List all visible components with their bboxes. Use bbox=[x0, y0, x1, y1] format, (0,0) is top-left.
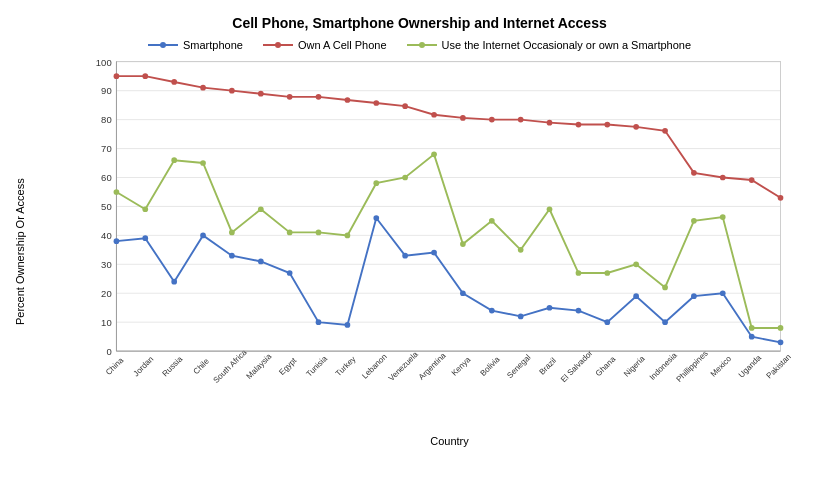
svg-point-75 bbox=[691, 170, 697, 176]
legend-label-internet: Use the Internet Occasionaly or own a Sm… bbox=[442, 39, 691, 51]
svg-text:Venezuela: Venezuela bbox=[387, 350, 420, 383]
svg-text:100: 100 bbox=[96, 57, 112, 68]
svg-point-102 bbox=[778, 325, 784, 331]
svg-point-103 bbox=[114, 238, 120, 244]
svg-point-116 bbox=[489, 308, 495, 314]
svg-point-3 bbox=[275, 42, 281, 48]
svg-point-100 bbox=[720, 214, 726, 220]
svg-point-108 bbox=[258, 259, 264, 265]
svg-point-112 bbox=[373, 215, 379, 221]
svg-point-118 bbox=[547, 305, 553, 311]
svg-point-124 bbox=[720, 290, 726, 296]
svg-point-58 bbox=[200, 85, 206, 91]
svg-text:10: 10 bbox=[101, 317, 112, 328]
svg-point-104 bbox=[142, 235, 148, 241]
svg-point-114 bbox=[431, 250, 437, 256]
svg-text:20: 20 bbox=[101, 288, 112, 299]
svg-point-64 bbox=[373, 100, 379, 106]
svg-text:Kenya: Kenya bbox=[450, 355, 473, 378]
svg-point-106 bbox=[200, 233, 206, 239]
legend-line-internet bbox=[407, 39, 437, 51]
svg-text:Jordan: Jordan bbox=[132, 355, 156, 379]
svg-text:China: China bbox=[104, 355, 126, 377]
svg-point-98 bbox=[662, 285, 668, 291]
svg-text:Senegal: Senegal bbox=[505, 353, 532, 380]
svg-text:El Salvador: El Salvador bbox=[559, 348, 595, 384]
svg-text:Russia: Russia bbox=[161, 354, 185, 378]
svg-point-123 bbox=[691, 293, 697, 299]
legend-line-cellphone bbox=[263, 39, 293, 51]
svg-text:Ghana: Ghana bbox=[594, 354, 618, 378]
chart-title: Cell Phone, Smartphone Ownership and Int… bbox=[10, 15, 829, 31]
svg-point-61 bbox=[287, 94, 293, 100]
svg-point-91 bbox=[460, 241, 466, 247]
svg-point-88 bbox=[373, 180, 379, 186]
svg-point-87 bbox=[345, 233, 351, 239]
svg-text:Mexico: Mexico bbox=[709, 354, 734, 379]
svg-text:Uganda: Uganda bbox=[737, 353, 764, 380]
svg-point-77 bbox=[749, 177, 755, 183]
svg-point-126 bbox=[778, 340, 784, 346]
legend: Smartphone Own A Cell Phone Use the Inte… bbox=[10, 39, 829, 51]
svg-point-79 bbox=[114, 189, 120, 195]
svg-text:60: 60 bbox=[101, 172, 112, 183]
svg-point-113 bbox=[402, 253, 408, 259]
svg-point-119 bbox=[576, 308, 582, 314]
svg-text:Phillippines: Phillippines bbox=[675, 349, 710, 384]
svg-point-111 bbox=[345, 322, 351, 328]
chart-container: Cell Phone, Smartphone Ownership and Int… bbox=[0, 0, 839, 504]
svg-point-82 bbox=[200, 160, 206, 166]
svg-point-71 bbox=[576, 122, 582, 128]
svg-point-96 bbox=[604, 270, 610, 276]
svg-text:90: 90 bbox=[101, 85, 112, 96]
svg-point-80 bbox=[142, 206, 148, 212]
svg-text:80: 80 bbox=[101, 114, 112, 125]
svg-point-93 bbox=[518, 247, 524, 253]
svg-point-65 bbox=[402, 103, 408, 109]
y-axis-label: Percent Ownership Or Access bbox=[10, 57, 30, 447]
svg-text:0: 0 bbox=[106, 346, 111, 357]
svg-point-59 bbox=[229, 88, 235, 94]
svg-point-78 bbox=[778, 195, 784, 201]
svg-text:Bolivia: Bolivia bbox=[478, 354, 501, 377]
svg-text:Nigeria: Nigeria bbox=[622, 354, 647, 379]
svg-point-122 bbox=[662, 319, 668, 325]
svg-point-89 bbox=[402, 175, 408, 181]
legend-item-cellphone: Own A Cell Phone bbox=[263, 39, 387, 51]
svg-point-125 bbox=[749, 334, 755, 340]
legend-item-smartphone: Smartphone bbox=[148, 39, 243, 51]
svg-point-76 bbox=[720, 175, 726, 181]
svg-point-1 bbox=[160, 42, 166, 48]
svg-text:Tunisia: Tunisia bbox=[304, 354, 329, 379]
svg-text:30: 30 bbox=[101, 259, 112, 270]
svg-point-107 bbox=[229, 253, 235, 259]
svg-point-72 bbox=[604, 122, 610, 128]
svg-point-60 bbox=[258, 91, 264, 97]
svg-point-66 bbox=[431, 112, 437, 118]
svg-point-55 bbox=[114, 73, 120, 79]
svg-point-92 bbox=[489, 218, 495, 224]
svg-point-70 bbox=[547, 120, 553, 126]
svg-point-110 bbox=[316, 319, 322, 325]
svg-point-90 bbox=[431, 151, 437, 157]
svg-point-85 bbox=[287, 230, 293, 236]
chart-inner: 100 90 80 70 60 50 40 30 20 10 0 China J… bbox=[30, 57, 829, 447]
svg-point-69 bbox=[518, 117, 524, 123]
svg-point-120 bbox=[604, 319, 610, 325]
svg-point-62 bbox=[316, 94, 322, 100]
svg-point-74 bbox=[662, 128, 668, 134]
svg-point-109 bbox=[287, 270, 293, 276]
svg-text:Lebanon: Lebanon bbox=[360, 352, 389, 381]
svg-text:Egypt: Egypt bbox=[277, 355, 298, 376]
svg-point-63 bbox=[345, 97, 351, 103]
x-axis-label: Country bbox=[70, 435, 829, 447]
svg-point-68 bbox=[489, 117, 495, 123]
svg-text:70: 70 bbox=[101, 143, 112, 154]
svg-point-81 bbox=[171, 157, 177, 163]
svg-point-101 bbox=[749, 325, 755, 331]
svg-point-57 bbox=[171, 79, 177, 85]
svg-point-95 bbox=[576, 270, 582, 276]
svg-point-105 bbox=[171, 279, 177, 285]
legend-label-smartphone: Smartphone bbox=[183, 39, 243, 51]
svg-point-56 bbox=[142, 73, 148, 79]
